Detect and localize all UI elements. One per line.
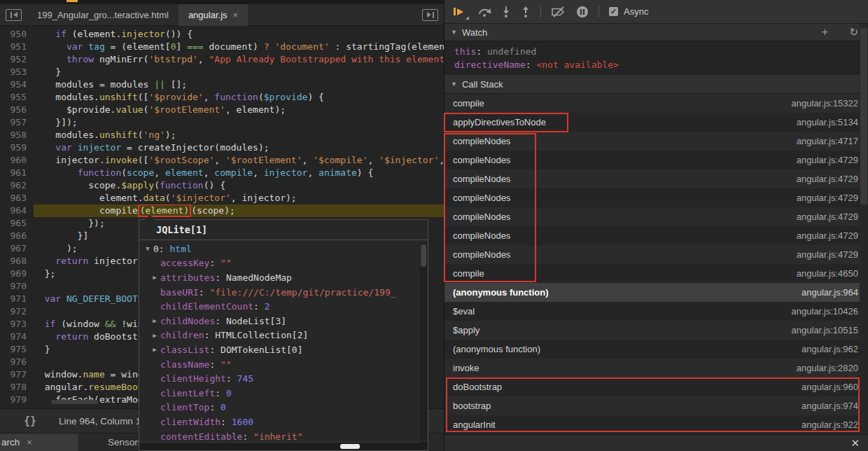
- code-line[interactable]: 964 compile(element)(scope);: [0, 204, 444, 217]
- line-number[interactable]: 977: [0, 368, 34, 381]
- popup-vertical-scrollbar-thumb[interactable]: [421, 244, 426, 267]
- drawer-tab-search-close-icon[interactable]: ×: [27, 437, 32, 447]
- line-number[interactable]: 968: [0, 255, 34, 268]
- line-number[interactable]: 975: [0, 343, 34, 356]
- call-stack-frame[interactable]: compileNodesangular.js:4729: [444, 207, 868, 226]
- code-line[interactable]: 950 if (element.injector()) {: [0, 28, 444, 41]
- close-drawer-icon[interactable]: ✕: [850, 437, 860, 450]
- popup-property-row[interactable]: clientWidth: 1600: [139, 415, 418, 429]
- frame-location[interactable]: angular.js:4650: [797, 268, 858, 279]
- code-line[interactable]: 959 var injector = createInjector(module…: [0, 141, 444, 154]
- pretty-print-button[interactable]: {}: [24, 415, 36, 427]
- line-number[interactable]: 963: [0, 192, 34, 204]
- frame-location[interactable]: angular.js:10426: [792, 306, 858, 317]
- call-stack-frame[interactable]: (anonymous function)angular.js:962: [444, 340, 868, 359]
- code-line[interactable]: 963 element.data('$injector', injector);: [0, 192, 444, 204]
- code-line[interactable]: 954 modules = modules || [];: [0, 78, 444, 91]
- watch-section-header[interactable]: ▼ Watch + ↻: [444, 24, 868, 41]
- deactivate-breakpoints-button[interactable]: [551, 6, 566, 18]
- call-stack-frame[interactable]: doBootstrapangular.js:960: [444, 377, 868, 396]
- code-line[interactable]: 961 function(scope, element, compile, in…: [0, 167, 444, 179]
- popup-property-row[interactable]: clientTop: 0: [139, 401, 418, 415]
- frame-location[interactable]: angular.js:4729: [797, 174, 858, 184]
- expander-icon[interactable]: ▼: [142, 245, 153, 252]
- collapse-navigator-icon[interactable]: [6, 9, 22, 21]
- frame-location[interactable]: angular.js:5134: [797, 117, 858, 127]
- pause-on-exceptions-button[interactable]: [576, 6, 589, 18]
- resume-script-button[interactable]: [454, 6, 468, 18]
- frame-location[interactable]: angular.js:4729: [797, 230, 858, 241]
- line-number[interactable]: 978: [0, 381, 34, 394]
- call-stack-frame[interactable]: compileangular.js:15322: [444, 94, 868, 113]
- popup-property-row[interactable]: ▶attributes: NamedNodeMap: [139, 270, 418, 285]
- line-number[interactable]: 969: [0, 268, 34, 280]
- code-line[interactable]: 962 scope.$apply(function() {: [0, 179, 444, 192]
- popup-property-row[interactable]: childElementCount: 2: [139, 299, 418, 314]
- popup-horizontal-scrollbar-thumb[interactable]: [340, 444, 360, 449]
- code-line[interactable]: 958 modules.unshift('ng');: [0, 129, 444, 141]
- line-number[interactable]: 953: [0, 66, 34, 78]
- line-number[interactable]: 972: [0, 305, 34, 318]
- code-line[interactable]: 956 $provide.value('$rootElement', eleme…: [0, 104, 444, 116]
- line-number[interactable]: 965: [0, 217, 34, 230]
- call-stack-frame[interactable]: compileangular.js:4650: [444, 264, 868, 283]
- frame-location[interactable]: angular.js:4729: [797, 249, 858, 260]
- code-line[interactable]: 951 var tag = (element[0] === document) …: [0, 41, 444, 53]
- line-number[interactable]: 974: [0, 331, 34, 343]
- frame-location[interactable]: angular.js:4729: [797, 155, 858, 165]
- popup-property-row[interactable]: baseURI: "file:///C:/temp/git/practice/1…: [139, 285, 418, 300]
- editor-horizontal-scrollbar[interactable]: [51, 400, 98, 404]
- expander-icon[interactable]: ▶: [149, 346, 160, 353]
- expander-icon[interactable]: ▶: [149, 332, 160, 339]
- line-number[interactable]: 951: [0, 41, 34, 53]
- frame-location[interactable]: angular.js:960: [802, 382, 858, 392]
- popup-property-row[interactable]: ▼0: html: [139, 242, 418, 256]
- watch-expression-row[interactable]: directiveName: <not available>: [444, 58, 868, 71]
- popup-property-row[interactable]: ▶childNodes: NodeList[3]: [139, 314, 418, 328]
- call-stack-frame[interactable]: compileNodesangular.js:4729: [444, 245, 868, 264]
- call-stack-frame[interactable]: angularInitangular.js:922: [444, 415, 868, 434]
- call-stack-section-header[interactable]: ▼ Call Stack: [444, 75, 868, 94]
- call-stack-frame[interactable]: compileNodesangular.js:4729: [444, 151, 868, 169]
- code-line[interactable]: 960 injector.invoke(['$rootScope', '$roo…: [0, 154, 444, 167]
- sidebar-scrollbar[interactable]: [860, 24, 868, 434]
- call-stack-frame[interactable]: compileNodesangular.js:4729: [444, 188, 868, 207]
- line-number[interactable]: 971: [0, 293, 34, 305]
- line-number[interactable]: 952: [0, 53, 34, 66]
- step-out-button[interactable]: [521, 6, 531, 18]
- add-watch-expression-button[interactable]: +: [821, 25, 828, 39]
- frame-location[interactable]: angular.js:962: [802, 344, 858, 354]
- code-line[interactable]: 953 }: [0, 66, 444, 78]
- drawer-tab-search[interactable]: arch ×: [0, 433, 78, 451]
- line-number[interactable]: 958: [0, 129, 34, 141]
- popup-horizontal-scrollbar[interactable]: [139, 442, 419, 450]
- code-line[interactable]: 957 }]);: [0, 116, 444, 129]
- frame-location[interactable]: angular.js:10515: [792, 325, 858, 335]
- frame-location[interactable]: angular.js:922: [802, 419, 858, 430]
- line-number[interactable]: 961: [0, 167, 34, 179]
- call-stack-frame[interactable]: bootstrapangular.js:974: [444, 396, 868, 415]
- call-stack-frame[interactable]: $evalangular.js:10426: [444, 302, 868, 321]
- line-number[interactable]: 960: [0, 154, 34, 167]
- code-line[interactable]: 955 modules.unshift(['$provide', functio…: [0, 91, 444, 104]
- frame-location[interactable]: angular.js:2820: [797, 363, 858, 373]
- expander-icon[interactable]: ▶: [149, 317, 160, 324]
- refresh-watch-button[interactable]: ↻: [849, 26, 858, 39]
- frame-location[interactable]: angular.js:974: [802, 401, 858, 411]
- async-checkbox[interactable]: ✓: [609, 7, 618, 16]
- popup-property-row[interactable]: ▶children: HTMLCollection[2]: [139, 328, 418, 343]
- expand-sidebar-icon[interactable]: [422, 9, 438, 21]
- line-number[interactable]: 955: [0, 91, 34, 104]
- popup-property-row[interactable]: ▶classList: DOMTokenList[0]: [139, 342, 418, 357]
- step-over-button[interactable]: [477, 6, 491, 17]
- call-stack-frame[interactable]: applyDirectivesToNodeangular.js:5134: [444, 113, 868, 132]
- frame-location[interactable]: angular.js:964: [802, 287, 858, 298]
- frame-location[interactable]: angular.js:4717: [797, 136, 858, 146]
- expander-icon[interactable]: ▶: [149, 274, 160, 281]
- frame-location[interactable]: angular.js:4729: [797, 211, 858, 222]
- frame-location[interactable]: angular.js:15322: [792, 98, 858, 109]
- tab-angular-js[interactable]: angular.js ×: [178, 4, 248, 26]
- call-stack-frame[interactable]: compileNodesangular.js:4729: [444, 226, 868, 245]
- popup-property-row[interactable]: className: "": [139, 357, 418, 372]
- line-number[interactable]: 976: [0, 356, 34, 368]
